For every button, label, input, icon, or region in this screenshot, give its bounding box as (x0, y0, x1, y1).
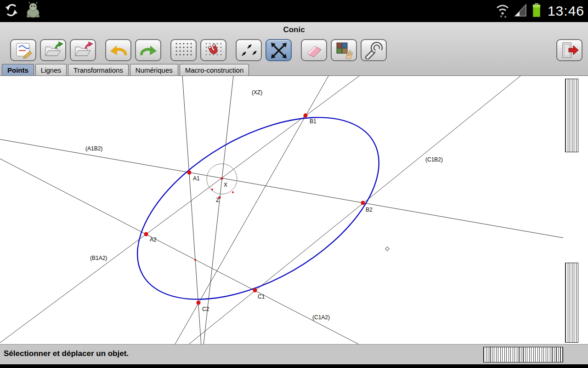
toolbar-button-appearance[interactable] (331, 39, 357, 61)
android-status-bar: 13:46 (0, 0, 588, 22)
recycle-icon (4, 2, 19, 20)
eraser-icon (304, 41, 324, 59)
app-chrome: Conic (0, 22, 588, 75)
exit-icon (560, 41, 580, 59)
point-A1[interactable] (187, 171, 192, 175)
drawing-area: A1A2B1B2C1C2XZ(A1B2)(C1B2)(B1A2)(C1A2)(X… (0, 75, 588, 344)
toolbar (0, 38, 588, 63)
vertical-scrollbar[interactable] (564, 76, 580, 345)
toolbar-button-grid[interactable] (170, 39, 197, 61)
undo-icon (108, 41, 129, 59)
horizontal-scrollbar-thumb[interactable] (483, 347, 563, 362)
construction-line[interactable] (0, 139, 563, 238)
window-title: Conic (0, 22, 588, 38)
move-icon (269, 41, 289, 59)
clock: 13:46 (548, 3, 584, 19)
diamond-point[interactable] (385, 247, 389, 251)
toolbar-button-redo[interactable] (135, 39, 161, 61)
toolbar-button-undo[interactable] (105, 39, 131, 61)
vertical-scrollbar-thumb-top[interactable] (565, 79, 578, 152)
construction-point-minor[interactable] (194, 259, 196, 261)
toolbar-button-eraser[interactable] (301, 39, 327, 61)
signal-icon (514, 3, 527, 19)
construction-line[interactable] (0, 159, 360, 345)
point-label-B2: B2 (366, 207, 373, 213)
grid-magnet-icon (204, 41, 224, 59)
point-label-C2: C2 (202, 306, 209, 312)
point-A2[interactable] (144, 232, 148, 236)
point-B1[interactable] (304, 114, 308, 118)
battery-icon (531, 2, 542, 20)
toolbar-button-open-file-green[interactable] (40, 39, 66, 61)
line-label-A1B2: (A1B2) (85, 145, 102, 152)
new-document-icon (13, 41, 34, 59)
construction-point-minor[interactable] (232, 191, 234, 193)
point-C1[interactable] (253, 288, 257, 293)
vertical-scrollbar-thumb-bottom[interactable] (565, 263, 578, 343)
point-label-X: X (224, 182, 227, 188)
toolbar-button-show-points[interactable] (236, 39, 262, 61)
toolbar-button-open-file-red[interactable] (70, 39, 96, 61)
creature-icon (24, 1, 42, 21)
open-folder-green-icon (43, 41, 63, 59)
status-message: Sélectionner et déplacer un objet. (4, 349, 129, 358)
notification-area (4, 1, 42, 21)
point-X[interactable] (220, 177, 223, 179)
tab-transformations[interactable]: Transformations (68, 64, 129, 75)
point-label-C1: C1 (258, 293, 265, 300)
toolbar-button-new-document[interactable] (10, 39, 36, 61)
app-screen: 13:46 Conic (0, 0, 588, 368)
system-indicators: 13:46 (495, 2, 584, 20)
construction-line[interactable] (188, 76, 520, 345)
toolbar-button-settings[interactable] (361, 39, 387, 61)
wrench-icon (364, 41, 384, 59)
point-C2[interactable] (197, 301, 201, 305)
tab-numériques[interactable]: Numériques (130, 64, 178, 75)
line-label-XZ: (XZ) (252, 89, 262, 96)
tab-points[interactable]: Points (2, 64, 34, 75)
point-label-A2: A2 (150, 236, 157, 243)
construction-point-minor[interactable] (211, 189, 213, 190)
construction-line[interactable] (204, 76, 233, 345)
tab-bar: PointsLignesTransformationsNumériquesMac… (0, 63, 588, 75)
toolbar-button-move[interactable] (266, 39, 292, 61)
construction-canvas[interactable]: A1A2B1B2C1C2XZ(A1B2)(C1B2)(B1A2)(C1A2)(X… (0, 76, 563, 345)
open-folder-red-icon (73, 41, 93, 59)
line-label-C1B2: (C1B2) (425, 156, 443, 163)
line-label-C1A2: (C1A2) (312, 314, 330, 321)
point-label-Z: Z (216, 197, 219, 203)
appearance-icon (334, 41, 354, 59)
redo-icon (138, 41, 158, 59)
point-label-B1: B1 (310, 118, 317, 125)
toolbar-button-exit[interactable] (556, 39, 582, 61)
point-label-A1: A1 (193, 175, 200, 182)
tab-lignes[interactable]: Lignes (35, 64, 67, 75)
bottom-status-bar: Sélectionner et déplacer un objet. (0, 344, 588, 364)
grid-icon (174, 41, 194, 59)
show-points-icon (239, 41, 259, 59)
point-B2[interactable] (361, 201, 365, 205)
tab-macro-construction[interactable]: Macro-construction (180, 64, 249, 75)
line-label-B1A2: (B1A2) (90, 255, 107, 261)
toolbar-button-grid-magnet[interactable] (200, 39, 226, 61)
wifi-icon (495, 2, 510, 20)
